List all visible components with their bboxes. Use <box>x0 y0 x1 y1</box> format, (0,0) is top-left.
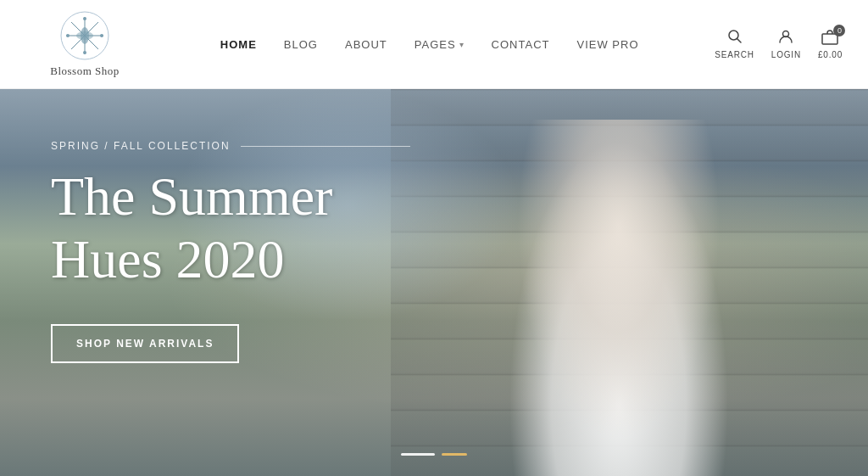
site-name: Blossom Shop <box>50 64 120 78</box>
shop-new-arrivals-button[interactable]: SHOP NEW ARRIVALS <box>51 324 239 363</box>
hero-content: SPRING / FALL COLLECTION The Summer Hues… <box>51 140 410 363</box>
cart-action[interactable]: 0 £0.00 <box>818 30 843 59</box>
slide-dot-2[interactable] <box>442 453 467 456</box>
login-action[interactable]: LOGIN <box>771 29 801 59</box>
slide-indicators <box>401 453 467 456</box>
svg-point-8 <box>83 51 86 54</box>
search-icon <box>727 29 743 48</box>
nav-view-pro[interactable]: VIEW PRO <box>576 38 638 51</box>
svg-point-6 <box>76 31 93 40</box>
search-label: SEARCH <box>715 50 754 59</box>
nav-home[interactable]: HOME <box>220 38 257 51</box>
svg-point-10 <box>100 34 103 37</box>
main-nav: HOME BLOG ABOUT PAGES ▾ CONTACT VIEW PRO <box>144 38 715 51</box>
nav-about[interactable]: ABOUT <box>345 38 387 51</box>
logo-area[interactable]: Blossom Shop <box>25 10 144 78</box>
hero-title: The Summer Hues 2020 <box>51 165 410 290</box>
hero-collection-tag: SPRING / FALL COLLECTION <box>51 140 410 152</box>
hero-section: SPRING / FALL COLLECTION The Summer Hues… <box>0 89 868 476</box>
svg-point-9 <box>66 34 70 37</box>
nav-pages[interactable]: PAGES ▾ <box>415 38 465 51</box>
header-actions: SEARCH LOGIN 0 £0.00 <box>715 29 843 59</box>
cart-icon-wrapper: 0 <box>821 30 838 48</box>
cart-badge: 0 <box>833 25 845 36</box>
nav-blog[interactable]: BLOG <box>284 38 318 51</box>
login-label: LOGIN <box>771 50 801 59</box>
search-action[interactable]: SEARCH <box>715 29 754 59</box>
nav-contact[interactable]: CONTACT <box>492 38 550 51</box>
slide-dot-1[interactable] <box>401 453 435 456</box>
cart-price: £0.00 <box>818 50 843 59</box>
svg-line-12 <box>737 39 741 43</box>
pages-dropdown-arrow: ▾ <box>459 40 465 49</box>
collection-line <box>241 146 410 147</box>
site-header: Blossom Shop HOME BLOG ABOUT PAGES ▾ CON… <box>0 0 868 89</box>
svg-point-7 <box>83 17 86 20</box>
logo-icon <box>59 10 110 61</box>
bride-figure <box>500 120 737 476</box>
login-icon <box>778 29 793 48</box>
